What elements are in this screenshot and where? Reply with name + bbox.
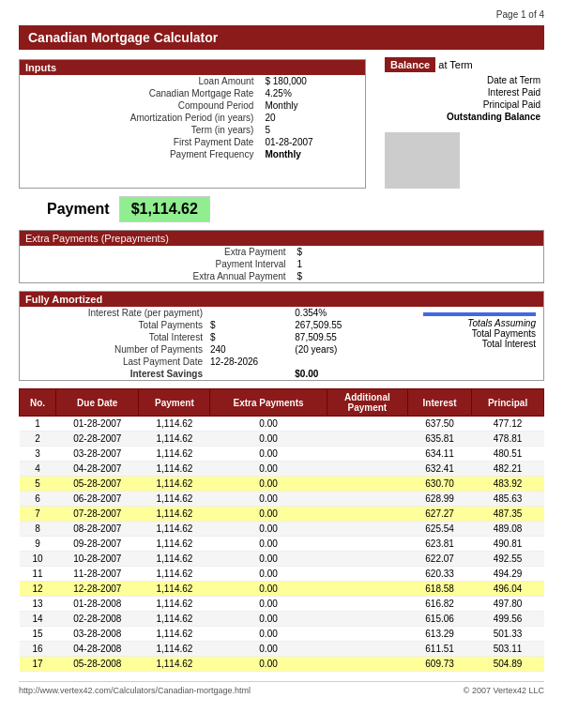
fully-col2: 0.354% <box>291 307 374 319</box>
table-cell-5: 622.07 <box>408 552 472 567</box>
table-cell-6: 478.81 <box>472 432 544 447</box>
table-cell-3: 0.00 <box>210 492 327 507</box>
table-cell-0: 13 <box>20 597 56 612</box>
table-cell-6: 482.21 <box>472 462 544 477</box>
table-cell-5: 635.81 <box>408 432 472 447</box>
input-value: Monthly <box>257 99 365 112</box>
table-cell-5: 628.99 <box>408 492 472 507</box>
table-row: 303-28-20071,114.620.00634.11480.51 <box>20 447 544 462</box>
table-cell-4 <box>327 462 407 477</box>
table-cell-2: 1,114.62 <box>139 537 210 552</box>
table-row: 1705-28-20081,114.620.00609.73504.89 <box>20 657 544 672</box>
table-cell-0: 3 <box>20 447 56 462</box>
amortization-table: No.Due DatePaymentExtra PaymentsAddition… <box>19 388 544 672</box>
totals-note: Totals Assuming <box>467 318 536 328</box>
input-value: 5 <box>257 124 365 136</box>
table-cell-2: 1,114.62 <box>139 657 210 672</box>
inputs-header: Inputs <box>20 60 365 75</box>
fully-col2: $0.00 <box>291 368 374 380</box>
input-value: $ 180,000 <box>257 75 365 87</box>
table-cell-6: 496.04 <box>472 582 544 597</box>
table-cell-4 <box>327 567 407 582</box>
table-cell-6: 490.81 <box>472 537 544 552</box>
input-label: Term (in years) <box>20 124 257 136</box>
table-cell-5: 618.58 <box>408 582 472 597</box>
table-cell-3: 0.00 <box>210 477 327 492</box>
table-cell-3: 0.00 <box>210 447 327 462</box>
table-cell-1: 05-28-2008 <box>56 657 139 672</box>
table-row: 1212-28-20071,114.620.00618.58496.04 <box>20 582 544 597</box>
table-row: 1604-28-20081,114.620.00611.51503.11 <box>20 642 544 657</box>
table-row: 101-28-20071,114.620.00637.50477.12 <box>20 417 544 432</box>
fully-col1: $ <box>206 319 291 331</box>
table-cell-5: 620.33 <box>408 567 472 582</box>
table-cell-3: 0.00 <box>210 642 327 657</box>
balance-header: Balance at Term <box>385 59 544 70</box>
fully-amortized-header: Fully Amortized <box>20 292 543 307</box>
table-column-header-3: Extra Payments <box>210 389 327 417</box>
table-cell-5: 637.50 <box>408 417 472 432</box>
table-cell-5: 630.70 <box>408 477 472 492</box>
table-row: 1111-28-20071,114.620.00620.33494.29 <box>20 567 544 582</box>
table-cell-4 <box>327 657 407 672</box>
table-cell-1: 12-28-2007 <box>56 582 139 597</box>
extra-value: 1 <box>290 258 334 270</box>
input-value: Monthly <box>257 148 365 160</box>
table-cell-0: 10 <box>20 552 56 567</box>
table-cell-3: 0.00 <box>210 612 327 627</box>
table-cell-1: 05-28-2007 <box>56 477 139 492</box>
table-cell-2: 1,114.62 <box>139 597 210 612</box>
fully-col2: (20 years) <box>291 343 374 356</box>
payment-value: $1,114.62 <box>119 196 210 222</box>
table-row: 707-28-20071,114.620.00627.27487.35 <box>20 507 544 522</box>
top-section: Inputs Loan Amount$ 180,000Canadian Mort… <box>19 59 544 189</box>
table-column-header-0: No. <box>20 389 56 417</box>
input-label: Loan Amount <box>20 75 257 87</box>
table-cell-5: 625.54 <box>408 522 472 537</box>
table-cell-1: 02-28-2008 <box>56 612 139 627</box>
table-cell-1: 04-28-2008 <box>56 642 139 657</box>
table-cell-1: 01-28-2008 <box>56 597 139 612</box>
table-cell-4 <box>327 522 407 537</box>
table-row: 202-28-20071,114.620.00635.81478.81 <box>20 432 544 447</box>
table-cell-2: 1,114.62 <box>139 417 210 432</box>
table-cell-1: 02-28-2007 <box>56 432 139 447</box>
fully-label: Interest Rate (per payment) <box>20 307 206 319</box>
input-label: Amortization Period (in years) <box>20 112 257 124</box>
inputs-box: Inputs Loan Amount$ 180,000Canadian Mort… <box>19 59 366 189</box>
table-cell-1: 09-28-2007 <box>56 537 139 552</box>
total-payments-label: Total Payments <box>472 328 536 339</box>
extra-value: $ <box>290 246 334 258</box>
table-cell-4 <box>327 507 407 522</box>
amortization-table-wrapper: No.Due DatePaymentExtra PaymentsAddition… <box>19 388 544 672</box>
input-value: 4.25% <box>257 87 365 99</box>
total-interest-label: Total Interest <box>482 339 536 349</box>
table-cell-2: 1,114.62 <box>139 552 210 567</box>
inputs-table: Loan Amount$ 180,000Canadian Mortgage Ra… <box>20 75 365 160</box>
table-cell-0: 12 <box>20 582 56 597</box>
table-cell-0: 4 <box>20 462 56 477</box>
payment-label: Payment <box>47 201 110 218</box>
table-cell-4 <box>327 642 407 657</box>
balance-field-label: Principal Paid <box>385 99 544 111</box>
table-cell-2: 1,114.62 <box>139 507 210 522</box>
table-cell-5: 634.11 <box>408 447 472 462</box>
table-cell-6: 485.63 <box>472 492 544 507</box>
input-label: Canadian Mortgage Rate <box>20 87 257 99</box>
table-cell-1: 03-28-2007 <box>56 447 139 462</box>
input-label: First Payment Date <box>20 136 257 148</box>
table-cell-4 <box>327 597 407 612</box>
table-cell-5: 609.73 <box>408 657 472 672</box>
table-cell-2: 1,114.62 <box>139 567 210 582</box>
table-cell-2: 1,114.62 <box>139 582 210 597</box>
fully-label: Last Payment Date <box>20 356 206 368</box>
balance-label: Balance <box>385 57 435 72</box>
fully-col1: 240 <box>206 343 291 356</box>
table-cell-0: 14 <box>20 612 56 627</box>
balance-field-label: Date at Term <box>385 74 544 86</box>
table-cell-6: 492.55 <box>472 552 544 567</box>
table-cell-1: 08-28-2007 <box>56 522 139 537</box>
table-cell-6: 480.51 <box>472 447 544 462</box>
table-cell-4 <box>327 582 407 597</box>
table-cell-6: 499.56 <box>472 612 544 627</box>
